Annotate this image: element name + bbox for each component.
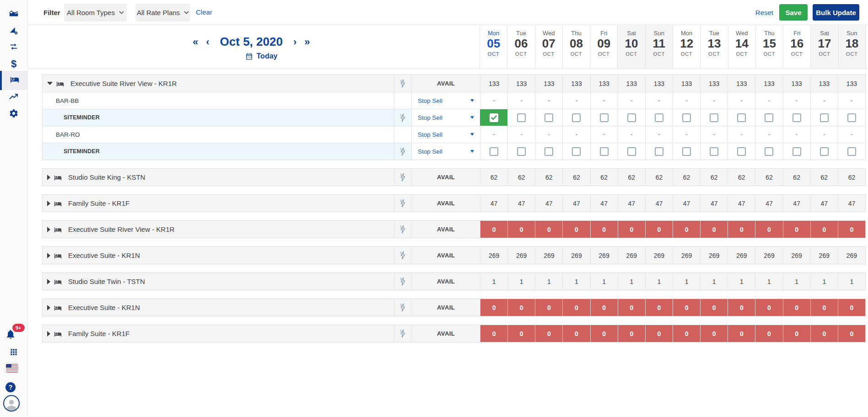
avail-value-cell[interactable]: 0 (507, 325, 535, 342)
rate-plans-select[interactable]: All Rate Plans (135, 4, 190, 21)
avail-value-cell[interactable]: 0 (838, 299, 865, 316)
avail-value-cell[interactable]: 269 (673, 247, 700, 264)
avail-value-cell[interactable]: 0 (480, 299, 507, 316)
avail-value-cell[interactable]: 269 (783, 247, 810, 264)
avail-value-cell[interactable]: 269 (838, 247, 865, 264)
expand-caret-icon[interactable] (47, 253, 50, 258)
avail-value-cell[interactable]: 0 (810, 325, 838, 342)
avail-value-cell[interactable]: 0 (618, 221, 645, 238)
avail-value-cell[interactable]: 62 (728, 169, 755, 186)
expand-caret-icon[interactable] (47, 227, 50, 232)
avail-value-cell[interactable]: 62 (535, 169, 562, 186)
avail-value-cell[interactable]: 133 (728, 75, 755, 92)
checkbox-unchecked[interactable] (655, 113, 663, 122)
avail-value-cell[interactable]: 1 (810, 273, 838, 290)
avail-value-cell[interactable]: 47 (755, 195, 782, 212)
bulk-update-button[interactable]: Bulk Update (813, 4, 859, 21)
flash-update-icon[interactable] (394, 247, 411, 264)
checkbox-unchecked[interactable] (627, 113, 636, 122)
avail-value-cell[interactable]: 1 (590, 273, 618, 290)
flash-update-icon[interactable] (394, 169, 411, 186)
avail-value-cell[interactable]: 1 (755, 273, 782, 290)
stop-sell-select[interactable]: Stop Sell (411, 109, 480, 126)
room-row[interactable]: Executive Suite - KR1NAVAIL0000000000000… (43, 299, 865, 316)
avail-value-cell[interactable]: 47 (728, 195, 755, 212)
avail-value-cell[interactable]: 0 (645, 325, 673, 342)
avail-value-cell[interactable]: 62 (562, 169, 590, 186)
avail-value-cell[interactable]: 0 (783, 325, 810, 342)
avail-value-cell[interactable]: 0 (838, 325, 865, 342)
expand-caret-icon[interactable] (47, 331, 50, 337)
last-page-icon[interactable]: » (304, 37, 310, 47)
avail-value-cell[interactable]: 0 (755, 325, 782, 342)
checkbox-unchecked[interactable] (793, 113, 801, 122)
sidebar-item-currency[interactable]: $ (0, 55, 27, 73)
avail-value-cell[interactable]: 0 (590, 221, 618, 238)
avail-value-cell[interactable]: 47 (700, 195, 728, 212)
avail-value-cell[interactable]: 62 (838, 169, 865, 186)
sidebar-item-inventory-active[interactable] (0, 71, 27, 90)
room-row[interactable]: Studio Suite Twin - TSTNAVAIL11111111111… (43, 273, 865, 290)
avail-value-cell[interactable]: 0 (590, 325, 618, 342)
avail-value-cell[interactable]: 47 (618, 195, 645, 212)
today-button[interactable]: Today (193, 52, 330, 60)
avail-value-cell[interactable]: 62 (507, 169, 535, 186)
avail-value-cell[interactable]: 0 (755, 221, 782, 238)
room-row[interactable]: Studio Suite King - KSTNAVAIL62626262626… (43, 169, 865, 186)
avail-value-cell[interactable]: 0 (728, 221, 755, 238)
avail-value-cell[interactable]: 0 (673, 299, 700, 316)
checkbox-unchecked[interactable] (517, 113, 526, 122)
avail-value-cell[interactable]: 0 (645, 299, 673, 316)
avail-value-cell[interactable]: 0 (810, 299, 838, 316)
avail-value-cell[interactable]: 62 (755, 169, 782, 186)
sidebar-item-trends[interactable] (0, 89, 27, 107)
avail-value-cell[interactable]: 62 (810, 169, 838, 186)
sidebar-item-channel-transfer[interactable] (0, 38, 27, 57)
checkbox-unchecked[interactable] (572, 113, 581, 122)
avail-value-cell[interactable]: 47 (480, 195, 507, 212)
avail-value-cell[interactable]: 47 (783, 195, 810, 212)
room-row[interactable]: Family Suite - KR1FAVAIL4747474747474747… (43, 195, 865, 212)
checkbox-unchecked[interactable] (490, 147, 498, 156)
avail-value-cell[interactable]: 0 (507, 299, 535, 316)
avail-value-cell[interactable]: 0 (645, 221, 673, 238)
avail-value-cell[interactable]: 0 (755, 299, 782, 316)
avail-value-cell[interactable]: 133 (535, 75, 562, 92)
save-button[interactable]: Save (779, 4, 808, 21)
checkbox-unchecked[interactable] (847, 113, 856, 122)
sidebar-item-settings[interactable] (0, 105, 27, 123)
checkbox-unchecked[interactable] (682, 113, 691, 122)
reset-link[interactable]: Reset (755, 9, 773, 16)
stop-sell-select[interactable]: Stop Sell (411, 143, 480, 160)
current-date-label[interactable]: Oct 5, 2020 (220, 35, 283, 49)
flash-update-icon[interactable] (394, 273, 411, 290)
avail-value-cell[interactable]: 1 (480, 273, 507, 290)
checkbox-unchecked[interactable] (820, 147, 829, 156)
flash-update-icon[interactable] (394, 221, 411, 238)
avail-value-cell[interactable]: 47 (673, 195, 700, 212)
room-row[interactable]: Executive Suite River View - KR1RAVAIL00… (43, 221, 865, 238)
language-selector[interactable] (6, 364, 18, 373)
flash-update-icon[interactable] (394, 195, 411, 212)
avail-value-cell[interactable]: 269 (618, 247, 645, 264)
avail-value-cell[interactable]: 0 (810, 221, 838, 238)
avail-value-cell[interactable]: 269 (590, 247, 618, 264)
avail-value-cell[interactable]: 0 (728, 299, 755, 316)
room-row[interactable]: Family Suite - KR1FAVAIL00000000000000 (43, 325, 865, 342)
stop-sell-select[interactable]: Stop Sell (411, 126, 480, 143)
room-row[interactable]: Executive Suite River View - KR1RAVAIL13… (43, 75, 865, 92)
avail-value-cell[interactable]: 47 (590, 195, 618, 212)
avail-value-cell[interactable]: 1 (673, 273, 700, 290)
avail-value-cell[interactable]: 1 (645, 273, 673, 290)
avail-value-cell[interactable]: 1 (562, 273, 590, 290)
stop-sell-select[interactable]: Stop Sell (411, 92, 480, 109)
expand-caret-icon[interactable] (47, 305, 50, 310)
sidebar-item-dashboard[interactable] (0, 5, 27, 23)
avail-value-cell[interactable]: 62 (700, 169, 728, 186)
avail-value-cell[interactable]: 62 (618, 169, 645, 186)
avail-value-cell[interactable]: 0 (783, 221, 810, 238)
avail-value-cell[interactable]: 0 (507, 221, 535, 238)
avail-value-cell[interactable]: 0 (783, 299, 810, 316)
avail-value-cell[interactable]: 133 (783, 75, 810, 92)
avail-value-cell[interactable]: 133 (700, 75, 728, 92)
